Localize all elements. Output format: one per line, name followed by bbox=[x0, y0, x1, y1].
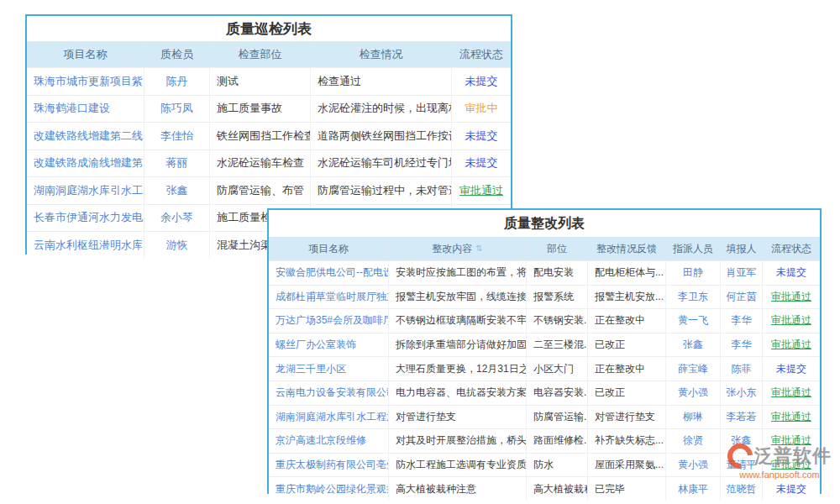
project-cell[interactable]: 重庆太极制药有限公司亳州中... bbox=[269, 454, 389, 477]
reporter-cell[interactable]: 董清平 bbox=[721, 454, 763, 477]
feedback-cell: 对管进行垫支 bbox=[588, 406, 666, 429]
assignee-cell[interactable]: 田静 bbox=[666, 261, 721, 285]
status-cell[interactable]: 审批通过 bbox=[452, 177, 511, 204]
project-cell[interactable]: 湖南洞庭湖水库引水工程施工标 bbox=[269, 406, 389, 429]
content-cell: 不锈钢边框玻璃隔断安装不牢... bbox=[389, 309, 527, 333]
status-cell[interactable]: 未提交 bbox=[763, 477, 820, 501]
project-cell[interactable]: 螺丝厂办公室装饰 bbox=[269, 333, 389, 357]
table-row: 京沪高速北京段维修对其及时开展整治措施，桥头...路面维修检...补齐缺失标志.… bbox=[269, 428, 820, 453]
content-cell: 拆除到承重墙部分请做好加固... bbox=[389, 333, 527, 357]
column-header-reporter: 填报人 bbox=[721, 237, 763, 260]
feedback-cell: 屋面采用聚氨... bbox=[588, 454, 666, 477]
status-cell[interactable]: 审批通过 bbox=[763, 309, 820, 333]
project-cell[interactable]: 万达广场35#会所及咖啡厅空... bbox=[269, 309, 389, 333]
column-header-part: 部位 bbox=[527, 237, 588, 260]
column-header-content[interactable]: 整改内容⇅ bbox=[389, 237, 527, 260]
status-cell[interactable]: 审批通过 bbox=[763, 286, 820, 309]
table-row: 云南电力设备安装有限公司20...电力电容器、电抗器安装方案,...电容器安装.… bbox=[269, 381, 820, 405]
table-row: 湖南洞庭湖水库引水工程施工标对管进行垫支防腐管运输...对管进行垫支柳琳李若若审… bbox=[269, 405, 820, 429]
status-cell[interactable]: 未提交 bbox=[452, 68, 511, 95]
reporter-cell[interactable]: 张小东 bbox=[721, 381, 763, 405]
part-cell: 小区大门 bbox=[527, 357, 588, 381]
project-cell[interactable]: 云南水利枢纽潜明水库... bbox=[27, 232, 144, 259]
assignee-cell[interactable]: 黄一飞 bbox=[666, 309, 721, 333]
inspector-cell[interactable]: 陈丹 bbox=[144, 68, 210, 95]
status-cell[interactable]: 审批通过 bbox=[763, 406, 820, 429]
table-row: 重庆太极制药有限公司亳州中...防水工程施工选调有专业资质...防水屋面采用聚氨… bbox=[269, 453, 820, 477]
status-cell[interactable]: 审批通过 bbox=[763, 454, 820, 477]
assignee-cell[interactable]: 黄小强 bbox=[666, 454, 721, 477]
reporter-cell[interactable]: 陈菲 bbox=[721, 357, 763, 381]
part-cell: 测试 bbox=[210, 68, 311, 95]
status-cell[interactable]: 审批中 bbox=[452, 96, 511, 123]
assignee-cell[interactable]: 李卫东 bbox=[666, 286, 721, 309]
feedback-cell: 已改正 bbox=[588, 381, 666, 405]
inspector-cell[interactable]: 蒋丽 bbox=[144, 150, 210, 177]
content-cell: 对管进行垫支 bbox=[389, 406, 527, 429]
inspector-cell[interactable]: 张鑫 bbox=[144, 177, 210, 204]
part-cell: 防腐管运输... bbox=[527, 406, 588, 429]
column-header-project: 项目名称 bbox=[27, 41, 144, 67]
reporter-cell[interactable]: 李华 bbox=[721, 309, 763, 333]
inspector-cell[interactable]: 余小琴 bbox=[144, 205, 210, 232]
table-row: 重庆市鹅岭公园绿化景观提升...高大植被栽种注意高大植被栽种已完毕林康平范晓哲未… bbox=[269, 476, 820, 501]
assignee-cell[interactable]: 柳琳 bbox=[666, 406, 721, 429]
feedback-cell: 已完毕 bbox=[588, 477, 666, 501]
status-cell[interactable]: 未提交 bbox=[763, 261, 820, 285]
table-row: 珠海市城市更新项目紫...陈丹测试检查通过未提交 bbox=[27, 67, 511, 95]
assignee-cell[interactable]: 黄小强 bbox=[666, 381, 721, 405]
reporter-cell[interactable]: 张鑫 bbox=[721, 429, 763, 453]
part-cell: 水泥砼运输车检查 bbox=[210, 150, 311, 177]
assignee-cell[interactable]: 林康平 bbox=[666, 477, 721, 501]
inspector-cell[interactable]: 游恢 bbox=[144, 232, 210, 259]
rectification-table-body: 安徽合肥供电公司--配电设备...安装时应按施工图的布置，将...配电安装配电柜… bbox=[269, 260, 820, 501]
project-cell[interactable]: 安徽合肥供电公司--配电设备... bbox=[269, 261, 389, 285]
reporter-cell[interactable]: 肖亚军 bbox=[721, 261, 763, 285]
part-cell: 报警系统 bbox=[527, 286, 588, 309]
table-row: 安徽合肥供电公司--配电设备...安装时应按施工图的布置，将...配电安装配电柜… bbox=[269, 260, 820, 285]
project-cell[interactable]: 京沪高速北京段维修 bbox=[269, 429, 389, 453]
rectification-table-header: 项目名称整改内容⇅部位整改情况反馈指派人员填报人流程状态 bbox=[269, 237, 820, 260]
part-cell: 防腐管运输、布管 bbox=[210, 177, 311, 204]
content-cell: 防水工程施工选调有专业资质... bbox=[389, 454, 527, 477]
project-cell[interactable]: 长春市伊通河水力发电... bbox=[27, 205, 144, 232]
project-cell[interactable]: 成都杜甫草堂临时展厅独立展... bbox=[269, 286, 389, 309]
feedback-cell: 正在整改中 bbox=[588, 357, 666, 381]
inspector-cell[interactable]: 陈巧凤 bbox=[144, 96, 210, 123]
table-row: 湖南洞庭湖水库引水工...张鑫防腐管运输、布管防腐管运输过程中，未对管进行...… bbox=[27, 176, 511, 204]
sort-icon[interactable]: ⇅ bbox=[475, 244, 482, 253]
table-row: 龙湖三千里小区大理石质量更换，12月31日之...小区大门正在整改中薛宝峰陈菲未… bbox=[269, 356, 820, 381]
assignee-cell[interactable]: 薛宝峰 bbox=[666, 357, 721, 381]
project-cell[interactable]: 珠海市城市更新项目紫... bbox=[27, 68, 144, 95]
part-cell: 铁丝网围挡工作检查 bbox=[210, 123, 311, 150]
situation-cell: 检查通过 bbox=[311, 68, 452, 95]
project-cell[interactable]: 云南电力设备安装有限公司20... bbox=[269, 381, 389, 405]
quality-rectification-table: 质量整改列表 项目名称整改内容⇅部位整改情况反馈指派人员填报人流程状态 安徽合肥… bbox=[267, 208, 822, 494]
status-cell[interactable]: 审批通过 bbox=[763, 381, 820, 405]
project-cell[interactable]: 龙湖三千里小区 bbox=[269, 357, 389, 381]
reporter-cell[interactable]: 范晓哲 bbox=[721, 477, 763, 501]
inspector-cell[interactable]: 李佳怡 bbox=[144, 123, 210, 150]
project-cell[interactable]: 改建铁路线增建第二线... bbox=[27, 123, 144, 150]
project-cell[interactable]: 改建铁路成渝线增建第... bbox=[27, 150, 144, 177]
project-cell[interactable]: 重庆市鹅岭公园绿化景观提升... bbox=[269, 477, 389, 501]
status-cell[interactable]: 未提交 bbox=[452, 123, 511, 150]
project-cell[interactable]: 珠海鹤港口建设 bbox=[27, 96, 144, 123]
part-cell: 防水 bbox=[527, 454, 588, 477]
project-cell[interactable]: 湖南洞庭湖水库引水工... bbox=[27, 177, 144, 204]
reporter-cell[interactable]: 何芷茵 bbox=[721, 286, 763, 309]
feedback-cell: 报警主机安放... bbox=[588, 286, 666, 309]
inspection-table-title: 质量巡检列表 bbox=[27, 16, 511, 41]
status-cell[interactable]: 未提交 bbox=[452, 150, 511, 177]
assignee-cell[interactable]: 张鑫 bbox=[666, 333, 721, 357]
part-cell: 配电安装 bbox=[527, 261, 588, 285]
part-cell: 二至三楼混... bbox=[527, 333, 588, 357]
reporter-cell[interactable]: 李若若 bbox=[721, 406, 763, 429]
status-cell[interactable]: 未提交 bbox=[763, 357, 820, 381]
column-header-assignee: 指派人员 bbox=[666, 237, 721, 260]
reporter-cell[interactable]: 李华 bbox=[721, 333, 763, 357]
assignee-cell[interactable]: 徐贤 bbox=[666, 429, 721, 453]
status-cell[interactable]: 审批通过 bbox=[763, 429, 820, 453]
status-cell[interactable]: 审批通过 bbox=[763, 333, 820, 357]
part-cell: 高大植被栽种 bbox=[527, 477, 588, 501]
